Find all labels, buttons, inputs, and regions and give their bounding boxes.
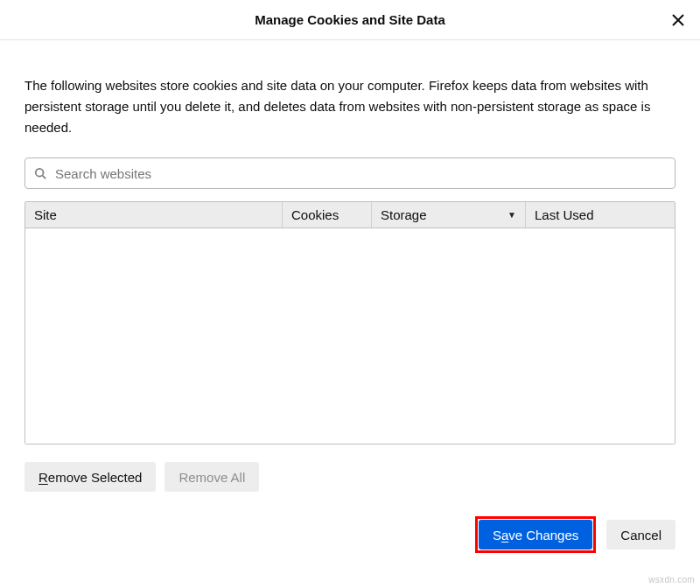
remove-all-button[interactable]: Remove All (164, 462, 259, 492)
remove-selected-button[interactable]: Remove Selected (24, 462, 156, 492)
column-last-used[interactable]: Last Used (526, 202, 675, 228)
column-last-used-label: Last Used (535, 207, 594, 222)
dialog-titlebar: Manage Cookies and Site Data (0, 0, 700, 40)
intro-text: The following websites store cookies and… (24, 75, 676, 138)
search-icon (34, 167, 46, 179)
sites-table: Site Cookies Storage ▼ Last Used (24, 201, 676, 444)
sort-desc-icon: ▼ (508, 210, 516, 220)
svg-point-0 (36, 169, 44, 177)
dialog-body: The following websites store cookies and… (0, 40, 700, 570)
search-input[interactable] (53, 165, 666, 182)
table-body-empty (25, 228, 675, 444)
save-changes-button[interactable]: Save Changes (479, 520, 592, 550)
save-prefix: S (493, 528, 501, 542)
save-highlight-box: Save Changes (475, 516, 596, 553)
remove-selected-mnemonic: R (38, 470, 48, 485)
column-cookies[interactable]: Cookies (283, 202, 372, 228)
column-storage-label: Storage (381, 207, 427, 222)
save-mnemonic: a (501, 528, 508, 542)
dialog-footer: Save Changes Cancel (24, 516, 676, 553)
column-storage[interactable]: Storage ▼ (372, 202, 526, 228)
close-icon (672, 14, 684, 26)
table-header: Site Cookies Storage ▼ Last Used (25, 202, 675, 228)
column-cookies-label: Cookies (291, 207, 339, 222)
close-button[interactable] (668, 10, 688, 30)
watermark: wsxdn.com (648, 575, 695, 584)
column-site-label: Site (34, 207, 57, 222)
cancel-button[interactable]: Cancel (606, 520, 676, 550)
search-field[interactable] (24, 158, 676, 189)
dialog-title: Manage Cookies and Site Data (255, 12, 445, 27)
table-actions: Remove Selected Remove All (24, 462, 676, 492)
remove-selected-rest: emove Selected (48, 470, 143, 485)
save-suffix: ve Changes (508, 528, 578, 542)
column-site[interactable]: Site (25, 202, 283, 228)
